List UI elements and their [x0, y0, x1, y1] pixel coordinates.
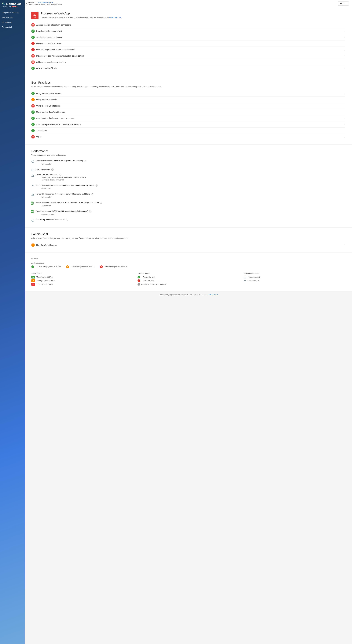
audit-item-avoiding-apis[interactable]: ✓ Avoiding APIs that harm the user exper… — [31, 115, 346, 122]
view-details-link[interactable]: View details — [41, 205, 346, 207]
performance-section: Performance These encapsulate your app's… — [25, 145, 352, 228]
fancier-section: Fancier stuff A list of newer features t… — [25, 228, 352, 252]
export-button[interactable]: Export... — [338, 2, 349, 6]
legend-pass-fail-label: Pass/fail audits — [138, 272, 239, 274]
legend-info-label: Informational audits — [244, 272, 346, 274]
perf-item-critical-chains: ! Critical Request Chains: 11 ? Longest … — [31, 173, 346, 183]
audit-detail: View details — [41, 195, 346, 199]
legend-score-45: 45 "Average" score of 45/100 — [31, 279, 133, 282]
legend-pf-pass: ✓ Passed the audit — [138, 276, 239, 278]
audit-label: Using modern JavaScript features — [36, 111, 344, 113]
audit-item-addressbar[interactable]: ✕ Address bar matches brand colors › — [31, 59, 346, 65]
help-icon[interactable]: ? — [66, 219, 68, 221]
view-waterfall-link[interactable]: View critical network waterfall — [41, 179, 346, 181]
info-fail-icon: ! — [244, 279, 246, 282]
help-icon[interactable]: ? — [59, 174, 61, 176]
sidebar-item-best-practices[interactable]: Best Practices — [0, 15, 25, 20]
best-practices-section: Best Practices We've compiled some recom… — [25, 76, 352, 144]
sidebar-nav: Progressive Web App Best Practices Perfo… — [0, 10, 25, 644]
audit-item-modern-css[interactable]: ✕ Using modern CSS features › — [31, 103, 346, 109]
svg-text:i: i — [33, 169, 33, 171]
triangle-icon: ! — [31, 174, 34, 177]
pwa-title-block: Progressive Web App These audits validat… — [41, 12, 122, 19]
score-90-badge: 90 — [31, 276, 35, 278]
audit-item-splash[interactable]: ✕ Installed web app will launch with cus… — [31, 53, 346, 59]
audit-item-modern-js[interactable]: ✓ Using modern JavaScript features › — [31, 109, 346, 115]
perf-label: Unoptimized images: Potential savings of… — [36, 160, 83, 162]
legend-score-25: 25 "Poor" score of 25/100 — [31, 283, 133, 286]
info-icon: i — [31, 160, 34, 163]
audit-item-homescreen[interactable]: ✕ User can be prompted to Add to Homescr… — [31, 47, 346, 53]
lighthouse-icon: 🔦 — [2, 2, 5, 6]
help-icon[interactable]: ? — [51, 168, 54, 170]
legend-pf-label: Error or score can't be determined — [141, 283, 166, 285]
help-icon[interactable]: ? — [84, 160, 86, 162]
chevron-icon: › — [345, 117, 346, 119]
chevron-icon: › — [345, 130, 346, 132]
audit-item-deprecated-apis[interactable]: ✓ Avoiding deprecated APIs and browser i… — [31, 122, 346, 128]
legend-pf-label: Passed the audit — [143, 276, 155, 278]
chevron-icon: › — [345, 36, 346, 38]
best-practices-title: Best Practices — [31, 81, 346, 84]
legend-row-pass: ✓ Overall category score is 75-100 — [31, 266, 61, 268]
audit-item-offline[interactable]: ✕ App can load on offline/flaky connecti… — [31, 22, 346, 28]
sidebar-header: 🔦 Lighthouse Version: 1.6.5 BETA — [0, 0, 25, 9]
audit-label: Avoiding deprecated APIs and browser int… — [36, 123, 344, 126]
audit-item-perf[interactable]: ✓ Page load performance is fast › — [31, 28, 346, 34]
help-icon[interactable]: ? — [100, 202, 102, 204]
sidebar-item-performance[interactable]: Performance — [0, 20, 25, 25]
perf-content: Avoids an excessive DOM size: 169 nodes … — [36, 210, 346, 216]
topbar-url-link[interactable]: https://yehuang.me/ — [37, 2, 53, 4]
sidebar-toggle-button[interactable]: ❯ — [25, 2, 28, 5]
audit-detail: View details — [41, 162, 346, 166]
view-details-link[interactable]: View details — [41, 188, 346, 190]
fancier-desc: A list of newer features that you could … — [31, 237, 346, 240]
pwa-desc: These audits validate the aspects of a P… — [41, 16, 122, 19]
legend-info-fail: ! Failed the audit — [244, 279, 346, 282]
pass-icon: ✓ — [31, 116, 35, 120]
audit-label: Avoiding APIs that harm the user experie… — [36, 117, 344, 119]
footer: Generated by Lighthouse 1.6.5 on 5/10/20… — [25, 291, 352, 298]
perf-item-images: i Unoptimized images: Potential savings … — [31, 158, 346, 167]
pwa-section: 37 100 Progressive Web App These audits … — [25, 7, 352, 76]
legend-title: LEGEND — [31, 258, 346, 259]
help-icon[interactable]: ? — [91, 193, 93, 195]
audit-label: Network connection is secure — [36, 42, 344, 44]
svg-text:i: i — [33, 219, 33, 221]
legend-score-label: "Good" score of 90/100 — [36, 276, 53, 278]
legend-score-label: "Average" score of 45/100 — [36, 280, 55, 282]
chevron-icon: › — [345, 61, 346, 63]
topbar-generated: Generated on: 5/10/2017, 6:27:13 PM GMT+… — [28, 4, 62, 6]
legend-label: Overall category score is < 45 — [105, 266, 127, 268]
pwa-checklist-link[interactable]: PWA Checklist — [109, 16, 121, 18]
footer-link[interactable]: File an issue — [208, 294, 218, 296]
perf-label: User Timing marks and measures: 0 — [36, 218, 64, 221]
perf-content: Avoids enormous network payloads: Total … — [36, 202, 346, 208]
audit-item-modern-offline[interactable]: ✓ Using modern offline features › — [31, 90, 346, 97]
info-pass-icon: i — [244, 276, 246, 278]
help-icon[interactable]: ? — [95, 184, 98, 186]
legend-row-warn: ! Overall category score is 45-74 — [66, 266, 94, 268]
view-details-link[interactable]: View details — [41, 196, 346, 198]
audit-item-modern-protocols[interactable]: ! Using modern protocols › — [31, 97, 346, 103]
warn-icon: ! — [31, 244, 35, 247]
help-icon[interactable]: ? — [89, 210, 91, 212]
audit-item-secure[interactable]: ✕ Network connection is secure › — [31, 40, 346, 47]
perf-item-blocking-css: ! Render-blocking Stylesheets: 6 resourc… — [31, 183, 346, 192]
more-info-link[interactable]: More information — [41, 214, 346, 215]
audit-label: Using modern CSS features — [36, 105, 344, 107]
audit-item-progressive[interactable]: ✓ Site is progressively enhanced › — [31, 34, 346, 40]
audit-item-new-js[interactable]: ! New JavaScript features › — [31, 242, 346, 248]
audit-item-accessibility[interactable]: ✓ Accessibility › — [31, 128, 346, 134]
svg-text:!: ! — [245, 280, 245, 282]
fail-icon: ✕ — [138, 279, 140, 282]
sidebar-item-fancier[interactable]: Fancier stuff — [0, 25, 25, 30]
view-details-link[interactable]: View details — [41, 163, 346, 165]
audit-item-mobile[interactable]: ✓ Design is mobile-friendly › — [31, 65, 346, 71]
audit-item-other[interactable]: ✕ Other › — [31, 134, 346, 140]
score-45-badge: 45 — [31, 279, 35, 282]
sidebar-item-pwa[interactable]: Progressive Web App — [0, 10, 25, 15]
pwa-header: 37 100 Progressive Web App These audits … — [31, 12, 346, 20]
fail-icon: ✕ — [31, 54, 35, 58]
legend-row-fail: ✕ Overall category score is < 45 — [100, 266, 127, 268]
